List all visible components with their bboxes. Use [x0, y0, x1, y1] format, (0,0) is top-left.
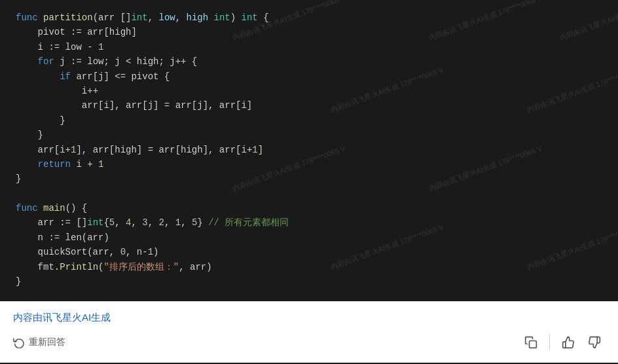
code-line: return i + 1	[16, 157, 602, 172]
thumbs-down-button[interactable]	[584, 332, 605, 353]
regenerate-button[interactable]: 重新回答	[13, 337, 65, 348]
code-line: arr := []int{5, 4, 3, 2, 1, 5} // 所有元素都相…	[16, 215, 602, 230]
copy-icon	[524, 336, 537, 349]
code-line: n := len(arr)	[16, 230, 602, 245]
footer: 内容由讯飞星火AI生成 重新回答	[0, 301, 618, 363]
code-line: if arr[j] <= pivot {	[16, 69, 602, 84]
code-line: arr[i+1], arr[high] = arr[high], arr[i+1…	[16, 143, 602, 157]
code-line: i++	[16, 84, 602, 98]
code-line: i := low - 1	[16, 40, 602, 54]
code-line: for j := low; j < high; j++ {	[16, 54, 602, 69]
code-line: quickSort(arr, 0, n-1)	[16, 245, 602, 259]
svg-rect-0	[530, 341, 537, 348]
code-line: arr[i], arr[j] = arr[j], arr[i]	[16, 98, 602, 113]
code-line: func partition(arr []int, low, high int)…	[16, 10, 602, 25]
ai-label: 内容由讯飞星火AI生成	[13, 312, 605, 324]
code-line: }	[16, 274, 602, 289]
code-line: }	[16, 172, 602, 186]
thumbs-down-icon	[588, 336, 601, 349]
thumbs-up-button[interactable]	[558, 332, 579, 353]
code-line: pivot := arr[high]	[16, 25, 602, 39]
regenerate-label: 重新回答	[29, 337, 65, 348]
code-block: func partition(arr []int, low, high int)…	[0, 0, 618, 301]
code-line: fmt.Println("排序后的数组：", arr)	[16, 260, 602, 274]
code-line: }	[16, 128, 602, 142]
thumbs-up-icon	[562, 336, 575, 349]
action-icons	[520, 332, 605, 353]
copy-button[interactable]	[520, 332, 541, 353]
code-line: func main() {	[16, 201, 602, 215]
code-line	[16, 187, 602, 201]
code-line: }	[16, 113, 602, 128]
refresh-icon	[13, 337, 25, 348]
footer-actions: 重新回答	[13, 332, 605, 353]
divider	[549, 335, 550, 350]
